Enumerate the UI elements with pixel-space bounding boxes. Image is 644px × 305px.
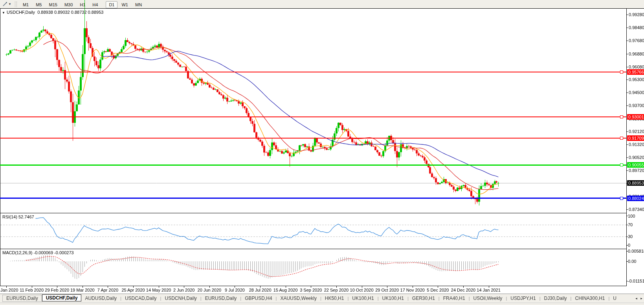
price-line-label: 0.90055 [627,162,644,168]
tab-usoil-weekly[interactable]: USOil,Weekly [470,295,506,302]
chart-title-text: USDCHF,Daily 0.88938 0.89032 0.88732 0.8… [7,10,103,15]
price-tick-label: 0.91320 [629,142,644,147]
chart-canvas[interactable] [0,0,644,294]
price-tick-label: 0.99280 [629,12,644,17]
chart-dropdown-icon[interactable]: ▼ [2,11,5,15]
date-tick-label: 28 Jul 2020 [249,288,272,292]
horizontal-line-marker[interactable] [620,70,623,74]
date-axis-separator [0,286,627,286]
date-tick-label: 24 Dec 2020 [451,288,475,292]
chart-tabs: EURUSD,DailyUSDCHF,DailyAUDUSD,Daily|USD… [0,294,634,303]
date-tick-label: 19 Mar 2020 [70,288,95,292]
price-tick-label: 0.98480 [629,25,644,30]
horizontal-line-0-90055[interactable] [0,165,626,166]
rsi-pane-separator[interactable] [0,213,627,213]
price-tick-label: 0.97680 [629,38,644,43]
date-tick-label: 11 Feb 2020 [20,288,44,292]
current-price-label: 0.88953 [627,180,644,186]
date-tick-label: 20 Jun 2020 [198,288,222,292]
tab-dj30-daily[interactable]: DJ30,Daily [541,295,571,302]
date-tick-label: 29 Oct 2020 [375,288,399,292]
date-tick-label: 25 Apr 2020 [121,288,145,292]
price-line-label: 0.93001 [627,114,644,120]
horizontal-line-marker[interactable] [620,197,623,200]
tab-hk50-h1[interactable]: HK50,H1 [321,295,348,302]
price-tick-label: 0.89720 [629,168,644,173]
tab-gbpusd-h4[interactable]: GBPUSD,H4 [241,295,275,302]
macd-indicator-label: MACD(12,26,9) -0.000069 -0.000273 [2,250,74,255]
tabs-scroll-left-button[interactable]: ◂ [634,296,639,300]
horizontal-line-marker[interactable] [620,163,623,166]
price-line-label: 0.95766 [627,69,644,75]
date-tick-label: 15 Aug 2020 [273,288,298,292]
date-tick-label: 7 Apr 2020 [97,288,118,292]
rsi-scale-label: 100 [628,214,635,218]
tab-usdchf-daily[interactable]: USDCHF,Daily [42,294,82,301]
date-tick-label: 14 Jan 2021 [477,288,501,292]
mt4-window: ▼ M1M5M15M30H1H4D1W1MN ▼USDCHF,Daily 0.8… [0,0,644,305]
horizontal-line-0-91709[interactable] [0,138,626,139]
macd-scale-label: 0.00 [628,259,636,264]
tab-usdjpy-h1[interactable]: USDJPY,H1 [507,295,539,302]
price-tick-label: 0.90520 [629,155,644,160]
chart-title: ▼USDCHF,Daily 0.88938 0.89032 0.88732 0.… [2,10,103,15]
macd-scale-label: -0.011514 [628,279,644,283]
tab-fra40-h1[interactable]: FRA40,H1 [440,295,469,302]
tab-eurusd-daily[interactable]: EURUSD,Daily [2,295,42,302]
date-tick-label: 10 Oct 2020 [350,288,374,292]
horizontal-line-marker[interactable] [620,137,623,140]
tab-usdcad-daily[interactable]: USDCAD,Daily [121,295,160,302]
price-tick-label: 0.96880 [629,52,644,56]
date-tick-label: 14 May 2020 [146,288,171,292]
horizontal-line-marker[interactable] [620,115,623,118]
rsi-scale-label: 30 [628,234,633,239]
horizontal-line-0-93001[interactable] [0,116,626,117]
date-tick-label: 3 Sep 2020 [300,288,322,292]
price-tick-label: 0.96080 [629,65,644,69]
rsi-scale-label: 0 [628,243,630,248]
price-tick-label: 0.95300 [629,77,644,82]
date-tick-label: 5 Dec 2020 [427,288,449,292]
rsi-scale-label: 70 [628,222,633,227]
status-strip [0,303,644,305]
tab-ger30-h1[interactable]: GER30,H1 [409,295,439,302]
tab-usdcnh-daily[interactable]: USDCNH,Daily [161,295,200,302]
date-tick-label: 29 Feb 2020 [45,288,69,292]
horizontal-line-0-95766[interactable] [0,72,626,72]
chart-top-border [0,8,644,9]
chart-tab-bar: EURUSD,DailyUSDCHF,DailyAUDUSD,Daily|USD… [0,294,644,303]
price-line-label: 0.91709 [627,135,644,141]
tab-uk100-h1[interactable]: UK100,H1 [349,295,377,302]
tab-audusd-daily[interactable]: AUDUSD,Daily [81,295,120,302]
chart-left-border [0,8,0,286]
tab-uk100-h1[interactable]: UK100,H1 [379,295,407,302]
tab-overflow[interactable]: U [609,295,620,302]
macd-pane-separator[interactable] [0,249,627,249]
tab-eurusd-daily[interactable]: EURUSD,Daily [202,295,240,302]
date-tick-label: 9 Jul 2020 [225,288,245,292]
date-tick-label: 2 Jun 2020 [173,288,194,292]
date-tick-label: 23 Jan 2020 [0,288,18,292]
tab-china300-h1[interactable]: CHINA300,H1 [571,295,608,302]
price-tick-label: 0.93700 [629,103,644,108]
macd-scale-label: 0.005818 [628,249,644,253]
price-line-label: 0.88024 [627,196,644,201]
price-scale-border [626,8,627,286]
tab-xauusd-weekly[interactable]: XAUUSD,Weekly [277,295,320,302]
horizontal-line-0-88024[interactable] [0,198,626,199]
date-tick-label: 22 Sep 2020 [324,288,349,292]
tabs-scroll-right-button[interactable]: ▸ [639,296,644,300]
date-tick-label: 17 Nov 2020 [400,288,425,292]
price-tick-label: 0.92120 [629,129,644,134]
price-tick-label: 0.87340 [629,207,644,212]
rsi-indicator-label: RSI(14) 52.7467 [2,214,34,219]
price-tick-label: 0.94500 [629,90,644,95]
